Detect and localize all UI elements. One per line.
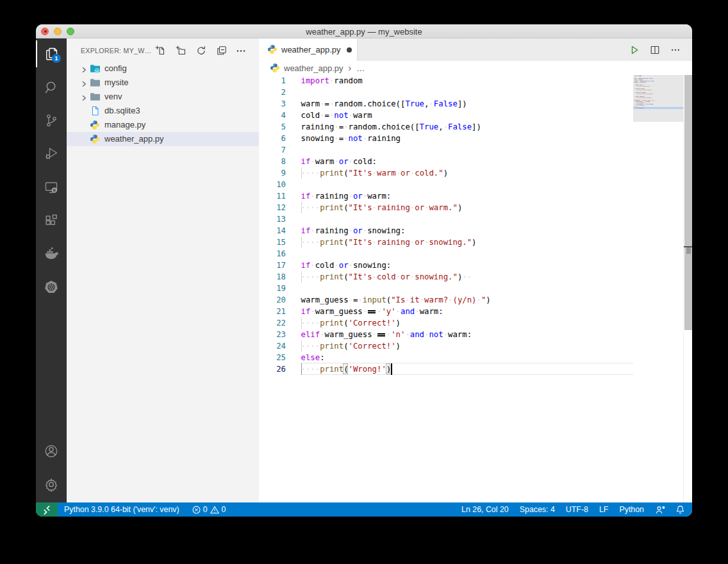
line-number: 20 <box>259 294 286 306</box>
code-line-25: 25else: <box>259 352 692 363</box>
chevron-right-icon[interactable] <box>80 93 88 101</box>
equals-ligature <box>367 306 377 317</box>
warning-icon <box>210 506 219 514</box>
chevron-right-icon[interactable] <box>80 65 88 72</box>
activity-bar-item-source-control[interactable] <box>36 105 67 136</box>
breadcrumb-symbol[interactable]: … <box>356 63 365 73</box>
code-line-9: 9····print("It's·warm·or·cold.") <box>259 167 692 179</box>
window-title: weather_app.py — my_website <box>36 24 692 38</box>
sidebar-title: EXPLORER: MY_W… <box>81 47 151 54</box>
line-number: 25 <box>259 352 286 363</box>
status-item-problems[interactable]: 00 <box>192 505 226 514</box>
folder-icon <box>90 78 101 88</box>
editor-more-actions-button[interactable] <box>670 45 681 55</box>
line-number: 18 <box>259 271 286 283</box>
code-editor[interactable]: 1import·random23warm·=·random.choice([Tr… <box>259 75 692 502</box>
activity-bar-item-search[interactable] <box>36 72 67 103</box>
folder-config-icon <box>90 63 101 74</box>
explorer-sidebar: EXPLORER: MY_W… configmysitevenv db.sqli… <box>67 38 259 502</box>
activity-bar-item-manage[interactable] <box>36 469 67 500</box>
feedback-icon <box>655 506 665 514</box>
code-line-3: 3warm·=·random.choice([True,·False]) <box>259 98 692 110</box>
bracket-match-highlight <box>343 363 347 374</box>
code-line-6: 6snowing·=·not·raining <box>259 133 692 144</box>
python-icon <box>90 120 101 130</box>
line-number: 11 <box>259 190 286 202</box>
minimap-code: import·randomwarm·=·random.choice([True,… <box>634 76 683 109</box>
status-item-indentation[interactable]: Spaces: 4 <box>520 505 555 514</box>
error-icon <box>192 506 201 514</box>
line-number: 16 <box>259 248 286 260</box>
run-python-file-button[interactable] <box>629 45 640 55</box>
line-number: 3 <box>259 98 286 110</box>
activity-bar-item-run-and-debug[interactable] <box>36 138 67 169</box>
code-line-20: 20warm_guess·=·input("Is·it·warm?·(y/n)·… <box>259 294 692 306</box>
file-generic-icon <box>90 106 101 116</box>
python-file-icon <box>270 63 280 73</box>
file-tree: configmysitevenv db.sqlite3 manage.py we… <box>67 62 259 146</box>
activity-bar-item-kubernetes[interactable] <box>36 272 67 303</box>
line-number: 17 <box>259 260 286 271</box>
tab-weather-app[interactable]: weather_app.py <box>259 38 358 61</box>
bracket-match-highlight <box>386 363 390 374</box>
tab-label: weather_app.py <box>281 45 341 54</box>
text-cursor <box>391 363 392 375</box>
line-number: 4 <box>259 110 286 121</box>
tree-item-db-sqlite3[interactable]: db.sqlite3 <box>67 104 259 118</box>
collapse-all-button[interactable] <box>217 46 227 56</box>
more-actions-button[interactable] <box>236 46 246 56</box>
new-file-button[interactable] <box>155 46 165 56</box>
code-line-5: 5raining·=·random.choice([True,·False]) <box>259 121 692 133</box>
tree-item-manage-py[interactable]: manage.py <box>67 118 259 132</box>
status-item-language-mode[interactable]: Python <box>619 505 644 514</box>
line-number: 14 <box>259 225 286 236</box>
status-item-python-interpreter[interactable]: Python 3.9.0 64-bit ('venv': venv) <box>64 505 179 514</box>
line-number: 9 <box>259 167 286 179</box>
minimap[interactable]: import·randomwarm·=·random.choice([True,… <box>633 75 683 502</box>
line-number: 10 <box>259 179 286 190</box>
status-item-feedback[interactable] <box>655 506 665 514</box>
status-item-notifications[interactable] <box>676 505 684 514</box>
status-item-encoding[interactable]: UTF-8 <box>566 505 588 514</box>
activity-bar-item-accounts[interactable] <box>36 436 67 467</box>
remote-indicator[interactable] <box>36 502 58 517</box>
line-number: 12 <box>259 202 286 213</box>
tree-item-config[interactable]: config <box>67 62 259 76</box>
new-folder-button[interactable] <box>176 46 186 56</box>
code-line-1: 1import·random <box>259 75 692 87</box>
status-item-cursor-position[interactable]: Ln 26, Col 20 <box>461 505 509 514</box>
equals-ligature <box>377 329 386 340</box>
activity-bar-item-extensions[interactable] <box>36 205 67 236</box>
status-right: Ln 26, Col 20Spaces: 4UTF-8LFPython <box>461 502 684 517</box>
code-line-15: 15····print("It's·raining·or·snowing.") <box>259 236 692 248</box>
activity-bar-item-docker[interactable] <box>36 238 67 269</box>
vertical-scrollbar[interactable] <box>683 75 692 502</box>
code-line-26: 26····print('Wrong!') <box>259 363 692 375</box>
tree-item-mysite[interactable]: mysite <box>67 76 259 90</box>
editor-group: weather_app.py weather_app.py › … 1impor… <box>259 38 692 502</box>
split-editor-button[interactable] <box>650 45 660 55</box>
python-icon <box>90 134 101 144</box>
scrollbar-slider[interactable] <box>684 75 692 330</box>
modified-dot-icon[interactable] <box>347 47 352 53</box>
activity-bar-item-remote-explorer[interactable] <box>36 172 67 203</box>
tree-item-weather-app-py[interactable]: weather_app.py <box>67 132 259 146</box>
refresh-button[interactable] <box>196 46 206 56</box>
breadcrumb-file[interactable]: weather_app.py <box>284 63 343 73</box>
chevron-right-icon[interactable] <box>80 79 88 87</box>
line-number: 23 <box>259 329 286 340</box>
overview-ruler-handle <box>686 247 691 254</box>
vscode-window: weather_app.py — my_website 1 <box>36 24 692 517</box>
line-number: 19 <box>259 283 286 294</box>
bell-icon <box>676 505 684 514</box>
line-number: 6 <box>259 133 286 144</box>
code-line-8: 8if·warm·or·cold: <box>259 156 692 167</box>
code-line-22: 22····print('Correct!') <box>259 317 692 329</box>
status-item-eol[interactable]: LF <box>599 505 608 514</box>
tree-item-venv[interactable]: venv <box>67 90 259 104</box>
line-number: 15 <box>259 236 286 248</box>
activity-bar-item-explorer[interactable]: 1 <box>36 38 67 69</box>
tree-item-label: db.sqlite3 <box>104 106 140 115</box>
code-line-13: 13 <box>259 213 692 225</box>
status-bar: Python 3.9.0 64-bit ('venv': venv)00 Ln … <box>36 502 692 517</box>
